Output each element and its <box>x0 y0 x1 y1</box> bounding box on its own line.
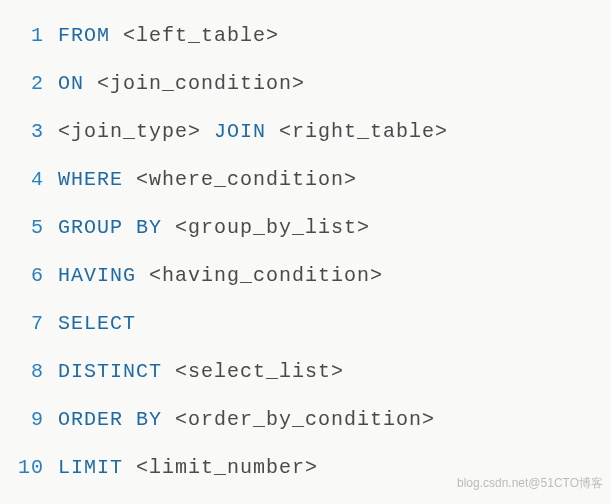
line-content: FROM <left_table> <box>58 12 279 60</box>
keyword-token: JOIN <box>214 120 266 143</box>
text-token <box>123 408 136 431</box>
text-token: <having_condition> <box>136 264 383 287</box>
code-line: 7SELECT <box>0 300 611 348</box>
line-content: <join_type> JOIN <right_table> <box>58 108 448 156</box>
line-number: 3 <box>0 108 58 156</box>
code-line: 8DISTINCT <select_list> <box>0 348 611 396</box>
text-token: <where_condition> <box>123 168 357 191</box>
code-line: 4WHERE <where_condition> <box>0 156 611 204</box>
line-number: 9 <box>0 396 58 444</box>
code-line: 2ON <join_condition> <box>0 60 611 108</box>
line-number: 10 <box>0 444 58 492</box>
line-number: 1 <box>0 12 58 60</box>
keyword-token: WHERE <box>58 168 123 191</box>
code-line: 9ORDER BY <order_by_condition> <box>0 396 611 444</box>
code-line: 3<join_type> JOIN <right_table> <box>0 108 611 156</box>
text-token: <order_by_condition> <box>162 408 435 431</box>
keyword-token: LIMIT <box>58 456 123 479</box>
keyword-token: BY <box>136 408 162 431</box>
line-number: 6 <box>0 252 58 300</box>
text-token: <right_table> <box>266 120 448 143</box>
keyword-token: HAVING <box>58 264 136 287</box>
text-token: <limit_number> <box>123 456 318 479</box>
line-content: SELECT <box>58 300 136 348</box>
line-number: 4 <box>0 156 58 204</box>
code-line: 6HAVING <having_condition> <box>0 252 611 300</box>
line-number: 7 <box>0 300 58 348</box>
keyword-token: ORDER <box>58 408 123 431</box>
line-content: WHERE <where_condition> <box>58 156 357 204</box>
code-line: 1FROM <left_table> <box>0 12 611 60</box>
code-block: 1FROM <left_table>2ON <join_condition>3<… <box>0 0 611 504</box>
line-content: LIMIT <limit_number> <box>58 444 318 492</box>
line-content: ORDER BY <order_by_condition> <box>58 396 435 444</box>
line-content: DISTINCT <select_list> <box>58 348 344 396</box>
text-token: <join_type> <box>58 120 214 143</box>
keyword-token: FROM <box>58 24 110 47</box>
text-token: <group_by_list> <box>162 216 370 239</box>
line-number: 8 <box>0 348 58 396</box>
keyword-token: SELECT <box>58 312 136 335</box>
line-content: HAVING <having_condition> <box>58 252 383 300</box>
text-token: <left_table> <box>110 24 279 47</box>
text-token: <join_condition> <box>84 72 305 95</box>
line-content: ON <join_condition> <box>58 60 305 108</box>
keyword-token: GROUP <box>58 216 123 239</box>
keyword-token: ON <box>58 72 84 95</box>
keyword-token: BY <box>136 216 162 239</box>
line-number: 2 <box>0 60 58 108</box>
line-number: 5 <box>0 204 58 252</box>
text-token <box>123 216 136 239</box>
text-token: <select_list> <box>162 360 344 383</box>
line-content: GROUP BY <group_by_list> <box>58 204 370 252</box>
watermark-text: blog.csdn.net@51CTO博客 <box>457 475 603 492</box>
code-line: 5GROUP BY <group_by_list> <box>0 204 611 252</box>
keyword-token: DISTINCT <box>58 360 162 383</box>
